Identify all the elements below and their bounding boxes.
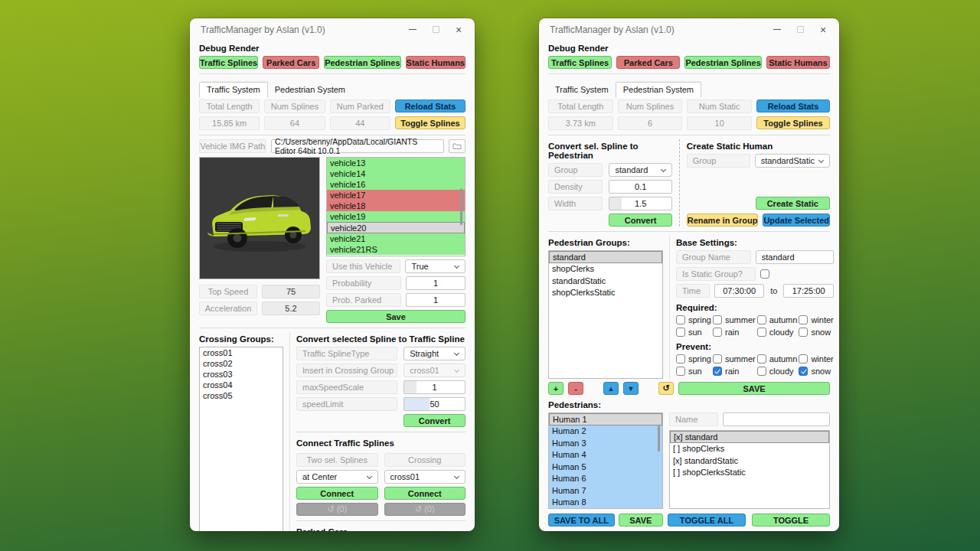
checkbox[interactable]	[676, 315, 685, 324]
membership-item[interactable]: [x] standardStatic	[670, 455, 829, 467]
remove-group-button[interactable]: -	[568, 382, 583, 395]
tab-traffic-system[interactable]: Traffic System	[199, 82, 268, 98]
titlebar[interactable]: TrafficManager by Aslan (v1.0) ×	[539, 18, 839, 41]
minimize-button[interactable]	[401, 21, 424, 38]
refresh-groups-button[interactable]: ↺	[658, 382, 674, 395]
width-input[interactable]: 1.5	[609, 197, 671, 210]
vehicle-list-item[interactable]: vehicle17	[327, 190, 465, 201]
use-this-vehicle-select[interactable]: True	[405, 259, 466, 273]
pedestrian-item[interactable]: Human 4	[549, 449, 662, 461]
debug-static-humans-button[interactable]: Static Humans	[766, 56, 830, 69]
insert-crossing-group-select[interactable]: cross01	[403, 364, 466, 377]
vehicle-list-item[interactable]: vehicle18	[327, 201, 465, 211]
vehicle-list-item[interactable]: vehicle14	[327, 168, 465, 179]
time-from-input[interactable]: 07:30:00	[714, 284, 764, 298]
membership-item[interactable]: [ ] shopClerks	[670, 443, 829, 455]
pedestrians-scrollbar[interactable]	[655, 415, 662, 507]
toggle-splines-button[interactable]: Toggle Splines	[395, 116, 466, 129]
scrollbar-thumb[interactable]	[658, 425, 660, 452]
checkbox[interactable]	[713, 367, 722, 376]
max-speed-scale-input[interactable]: 1	[403, 380, 466, 394]
maximize-button[interactable]	[789, 21, 812, 38]
debug-pedestrian-splines-button[interactable]: Pedestrian Splines	[684, 56, 761, 69]
pedestrian-item[interactable]: Human 3	[549, 437, 662, 449]
speed-limit-input[interactable]: 50	[403, 397, 466, 411]
vehicle-list-item[interactable]: vehicle21RS	[327, 244, 465, 255]
checkbox[interactable]	[676, 328, 685, 337]
is-static-checkbox[interactable]	[760, 269, 769, 279]
move-group-up-button[interactable]: ▲	[603, 382, 619, 395]
close-button[interactable]: ×	[812, 21, 835, 38]
checkbox[interactable]	[799, 354, 808, 364]
scrollbar-thumb[interactable]	[460, 188, 462, 225]
move-group-down-button[interactable]: ▼	[623, 382, 639, 395]
crossing-group-item[interactable]: cross05	[200, 390, 283, 401]
membership-item[interactable]: [x] standard	[670, 431, 829, 443]
maximize-button[interactable]	[424, 21, 447, 38]
checkbox[interactable]	[713, 354, 722, 364]
vehicle-list-item[interactable]: vehicle20	[327, 222, 465, 233]
pedestrian-item[interactable]: Human 6	[549, 473, 662, 485]
close-button[interactable]: ×	[447, 21, 470, 38]
browse-folder-button[interactable]	[449, 139, 466, 153]
update-selected-button[interactable]: Update Selected	[763, 214, 830, 227]
checkbox[interactable]	[676, 354, 685, 364]
save-vehicle-button[interactable]: Save	[326, 310, 466, 323]
group-select[interactable]: standard	[609, 163, 671, 177]
crossing-groups-list[interactable]: cross01 cross02 cross03 cross04 cross05	[199, 347, 283, 531]
checkbox[interactable]	[757, 354, 766, 364]
pedestrian-item[interactable]: Human 5	[549, 461, 662, 473]
pedestrian-group-item[interactable]: standardStatic	[549, 275, 662, 287]
checkbox[interactable]	[757, 315, 766, 324]
titlebar[interactable]: TrafficManager by Aslan (v1.0) ×	[190, 18, 475, 41]
save-group-button[interactable]: SAVE	[678, 382, 830, 395]
checkbox[interactable]	[799, 315, 808, 324]
save-to-all-button[interactable]: SAVE TO ALL	[548, 514, 615, 527]
checkbox[interactable]	[713, 328, 722, 337]
tab-pedestrian-system[interactable]: Pedestrian System	[268, 83, 352, 97]
debug-traffic-splines-button[interactable]: Traffic Splines	[199, 56, 258, 69]
connect-crossing-button[interactable]: Connect	[384, 487, 466, 500]
connect-splines-button[interactable]: Connect	[296, 487, 378, 500]
density-input[interactable]: 0.1	[609, 180, 671, 194]
static-group-select[interactable]: standardStatic	[755, 154, 830, 168]
minimize-button[interactable]	[766, 21, 789, 38]
checkbox[interactable]	[799, 328, 808, 337]
pedestrians-list[interactable]: Human 1 Human 2 Human 3 Human 4 Human 5 …	[548, 412, 663, 509]
traffic-splinetype-select[interactable]: Straight	[403, 347, 466, 360]
vehicle-img-path-input[interactable]: C:/Users/benny/AppData/Local/GIANTS Edit…	[271, 139, 444, 153]
pedestrian-groups-list[interactable]: standard shopClerks standardStatic shopC…	[548, 250, 663, 379]
probability-input[interactable]: 1	[406, 276, 466, 290]
vehicle-list[interactable]: vehicle13 vehicle14 vehicle16 vehicle17 …	[326, 157, 466, 256]
add-group-button[interactable]: +	[548, 382, 564, 395]
crossing-group-item[interactable]: cross04	[200, 380, 283, 390]
debug-parked-cars-button[interactable]: Parked Cars	[616, 56, 680, 69]
save-pedestrian-button[interactable]: SAVE	[619, 514, 663, 527]
time-to-input[interactable]: 17:25:00	[783, 284, 833, 298]
undo-connect-crossing-button[interactable]: ↺ (0)	[384, 503, 466, 516]
toggle-button[interactable]: TOGGLE	[752, 514, 830, 527]
vehicle-list-item[interactable]: vehicle21	[327, 233, 465, 244]
checkbox[interactable]	[757, 367, 766, 376]
membership-item[interactable]: [ ] shopClerksStatic	[670, 467, 829, 479]
checkbox[interactable]	[676, 367, 685, 376]
tab-pedestrian-system[interactable]: Pedestrian System	[616, 82, 701, 98]
toggle-splines-button[interactable]: Toggle Splines	[756, 116, 830, 129]
pedestrian-group-item[interactable]: shopClerksStatic	[549, 287, 662, 299]
pedestrian-group-membership-list[interactable]: [x] standard [ ] shopClerks [x] standard…	[669, 430, 830, 509]
pedestrian-item[interactable]: Human 7	[549, 484, 662, 497]
group-name-input[interactable]: standard	[756, 250, 834, 264]
reload-stats-button[interactable]: Reload Stats	[395, 99, 466, 112]
rename-in-group-button[interactable]: Rename in Group	[687, 214, 759, 227]
convert-pedestrian-button[interactable]: Convert	[609, 214, 671, 227]
debug-traffic-splines-button[interactable]: Traffic Splines	[548, 56, 612, 69]
create-static-button[interactable]: Create Static	[756, 197, 830, 210]
vehicle-list-item[interactable]: vehicle19	[327, 211, 465, 222]
pedestrian-group-item[interactable]: standard	[549, 251, 662, 263]
tab-traffic-system[interactable]: Traffic System	[548, 83, 616, 97]
pedestrian-item[interactable]: Human 1	[549, 413, 662, 425]
checkbox[interactable]	[757, 328, 766, 337]
pedestrian-name-input[interactable]	[723, 412, 830, 426]
vehicle-list-item[interactable]: vehicle16	[327, 179, 465, 190]
crossing-group-item[interactable]: cross01	[200, 347, 283, 358]
